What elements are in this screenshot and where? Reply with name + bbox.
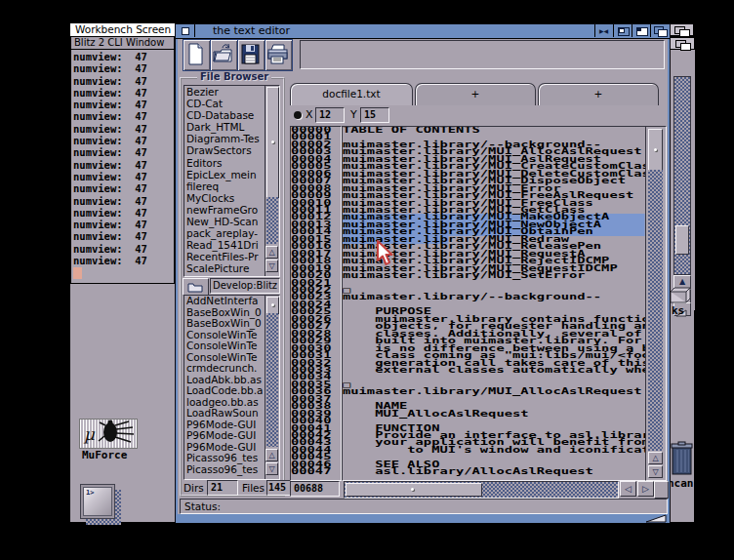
back-window-scrollbar[interactable] xyxy=(673,76,691,275)
file-list-item[interactable]: Editors xyxy=(186,157,265,169)
file-list-item[interactable]: LoadRawSoun xyxy=(186,408,265,420)
scroll-up-button[interactable]: △ xyxy=(265,246,278,259)
cli-output-line[interactable]: numview: 47 xyxy=(73,87,171,99)
scroll-down-button[interactable]: ▽ xyxy=(265,260,278,272)
text-line[interactable]: muimaster.library/MUI_SetError xyxy=(343,272,645,279)
line-number-field[interactable]: 00688 xyxy=(290,481,340,497)
scroll-left-button[interactable]: ◁ xyxy=(620,481,636,497)
cli-titlebar[interactable]: Blitz 2 CLI Window xyxy=(71,37,174,50)
scroll-up-button[interactable]: △ xyxy=(648,452,663,464)
new-document-button[interactable] xyxy=(183,39,211,71)
screen-depth-gadget[interactable] xyxy=(668,23,694,36)
cli-output-line[interactable]: numview: 47 xyxy=(73,51,171,62)
file-list-item[interactable]: ScalePicture xyxy=(186,262,265,274)
cli-output-line[interactable]: numview: 47 xyxy=(73,62,171,74)
save-file-button[interactable] xyxy=(237,39,265,71)
project-file-list[interactable]: AddNetInterfaBaseBoxWin_0BaseBoxWin_0Con… xyxy=(184,295,280,480)
cli-output-line[interactable]: numview: 47 xyxy=(73,99,171,110)
file-list-item[interactable]: Bezier xyxy=(186,86,265,98)
text-line[interactable]: asl.library/AllocAslRequest xyxy=(343,468,645,475)
scroll-down-button[interactable]: ▽ xyxy=(265,462,278,475)
file-list-item[interactable]: Dark_HTML xyxy=(186,121,265,133)
file-list-item[interactable]: BaseBoxWin_0 xyxy=(186,318,265,330)
scrollbar-thumb[interactable] xyxy=(266,87,279,198)
scrollbar-thumb[interactable] xyxy=(648,129,663,172)
zoom-button[interactable] xyxy=(613,24,632,37)
open-file-button[interactable] xyxy=(210,39,238,71)
y-coordinate-field[interactable]: 15 xyxy=(360,107,389,123)
iconify-button[interactable]: ▶◀ xyxy=(594,24,614,37)
x-coordinate-field[interactable]: 12 xyxy=(315,107,345,123)
text-line[interactable]: MUI_AllocAslRequest xyxy=(343,411,645,418)
text-line[interactable]: external classes automatically when xyxy=(343,367,645,374)
text-content[interactable]: TABLE OF CONTENTS muimaster.library/--ba… xyxy=(342,126,646,481)
scroll-down-button[interactable]: ▽ xyxy=(648,465,663,478)
file-list-item[interactable]: CD-Database xyxy=(186,109,265,121)
cli-output-line[interactable]: numview: 47 xyxy=(73,207,171,219)
trashcan-icon[interactable] xyxy=(671,441,693,476)
dirs-count-field[interactable]: 21 xyxy=(207,480,238,496)
shell-icon[interactable]: 1> xyxy=(80,484,115,519)
scrollbar-thumb[interactable] xyxy=(346,483,482,497)
scrollbar-thumb[interactable] xyxy=(675,225,689,255)
file-list-item[interactable]: LoadCode.bb.a xyxy=(186,385,265,397)
window-resize-handle[interactable] xyxy=(644,514,668,523)
path-input[interactable]: Develop:Blitz xyxy=(210,278,280,294)
scroll-right-button[interactable]: ▷ xyxy=(637,481,654,497)
muforce-icon[interactable]: µ xyxy=(79,419,138,449)
file-list-item[interactable]: AddNetInterfa xyxy=(186,296,265,307)
file-list-item[interactable]: RecentFiles-Pr xyxy=(186,251,265,262)
file-list-item[interactable]: crmdecrunch. xyxy=(186,363,265,375)
window-front-button[interactable] xyxy=(632,24,651,37)
file-list-item[interactable]: pack_areplay- xyxy=(186,227,265,239)
cli-output-line[interactable]: numview: 47 xyxy=(73,135,171,146)
cli-output-line[interactable]: numview: 47 xyxy=(73,171,171,182)
text-line[interactable]: muimaster.library/MUI_AllocAslRequest xyxy=(343,388,645,395)
file-list-item[interactable]: New_HD-Scan xyxy=(186,216,265,227)
tab-new-2[interactable]: + xyxy=(538,83,659,105)
text-line[interactable] xyxy=(343,374,645,380)
project-list-scrollbar[interactable]: △ ▽ xyxy=(265,296,279,479)
file-list-item[interactable]: Read_1541Dri xyxy=(186,239,265,251)
scroll-up-button[interactable]: △ xyxy=(265,449,278,461)
back-window-depth-gadget[interactable] xyxy=(669,37,695,50)
text-line[interactable]: muimaster.library/--background-- xyxy=(343,294,645,300)
cli-output-line[interactable]: numview: 47 xyxy=(73,243,171,255)
command-input[interactable] xyxy=(300,40,665,69)
cli-output-line[interactable]: numview: 47 xyxy=(73,219,171,230)
cli-output-line[interactable]: numview: 47 xyxy=(73,159,171,171)
tab-docfile1[interactable]: docfile1.txt xyxy=(290,83,413,105)
file-list-item[interactable]: Picasso96_tes xyxy=(186,453,265,464)
file-list[interactable]: BezierCD-CatCD-DatabaseDark_HTMLDiagramm… xyxy=(184,85,280,277)
file-list-item[interactable]: newFrameGro xyxy=(186,204,265,216)
cli-output-line[interactable]: numview: 47 xyxy=(73,182,171,194)
file-list-item[interactable]: DrawSectors xyxy=(186,144,265,156)
editor-horizontal-scrollbar[interactable] xyxy=(344,481,619,499)
cli-output-line[interactable]: numview: 47 xyxy=(73,230,171,242)
files-count-field[interactable]: 145 xyxy=(266,480,292,496)
window-titlebar[interactable]: the text editor ▶◀ xyxy=(176,24,670,39)
text-line[interactable]: TABLE OF CONTENTS xyxy=(343,127,645,134)
text-line[interactable]: to MUI's window and iconificati xyxy=(343,447,645,454)
file-list-item[interactable]: P96Mode-GUI xyxy=(186,430,265,442)
editor-vertical-scrollbar[interactable]: △ ▽ xyxy=(645,126,667,481)
file-list-item[interactable]: MyClocks xyxy=(186,192,265,204)
file-list-item[interactable]: Picasso96_tes xyxy=(186,464,265,476)
file-list-item[interactable]: CD-Cat xyxy=(186,98,265,109)
tab-new-1[interactable]: + xyxy=(415,83,536,105)
print-button[interactable] xyxy=(265,39,293,71)
parent-folder-button[interactable] xyxy=(183,278,209,296)
cli-output-line[interactable]: numview: 47 xyxy=(73,255,171,266)
drawer-icon[interactable] xyxy=(670,287,691,303)
cli-output-line[interactable]: numview: 47 xyxy=(73,123,171,135)
file-list-scrollbar[interactable]: △ ▽ xyxy=(265,86,279,276)
file-list-item[interactable]: EpicLex_mein xyxy=(186,169,265,180)
file-list-item[interactable]: ConsoleWinTe xyxy=(186,340,265,352)
cli-output-line[interactable]: numview: 47 xyxy=(73,110,171,122)
text-line[interactable] xyxy=(343,280,645,287)
file-list-item[interactable]: Diagramm-Tes xyxy=(186,133,265,144)
cli-output-line[interactable]: numview: 47 xyxy=(73,195,171,207)
close-button[interactable] xyxy=(176,24,195,37)
cli-output-line[interactable]: numview: 47 xyxy=(73,146,171,158)
cli-output-line[interactable]: numview: 47 xyxy=(73,75,171,87)
